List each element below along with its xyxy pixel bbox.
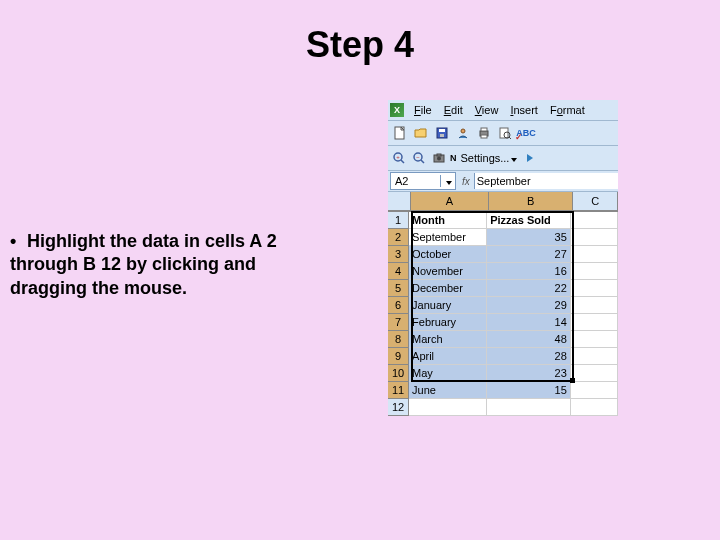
row-header[interactable]: 8: [388, 331, 409, 348]
cell[interactable]: [571, 331, 618, 348]
fx-icon[interactable]: fx: [458, 176, 474, 187]
row-header[interactable]: 5: [388, 280, 409, 297]
menu-file[interactable]: File: [408, 102, 438, 118]
svg-text:−: −: [416, 154, 420, 160]
cell-b7[interactable]: 14: [487, 314, 571, 331]
cell-b6[interactable]: 29: [487, 297, 571, 314]
menu-edit[interactable]: Edit: [438, 102, 469, 118]
print-preview-icon[interactable]: [495, 123, 515, 143]
spreadsheet-grid[interactable]: A B C 1 Month Pizzas Sold 2 September 35…: [388, 192, 618, 416]
column-header-c[interactable]: C: [573, 192, 618, 211]
cell-b10[interactable]: 23: [487, 365, 571, 382]
menu-view[interactable]: View: [469, 102, 505, 118]
instruction-text: • Highlight the data in cells A 2 throug…: [10, 230, 300, 300]
camera-icon[interactable]: [430, 149, 448, 167]
cell-a4[interactable]: November: [409, 263, 487, 280]
excel-window: X File Edit View Insert Format ABC✓ +: [388, 100, 618, 416]
cell-b12[interactable]: [487, 399, 571, 416]
standard-toolbar: ABC✓: [388, 121, 618, 146]
cell[interactable]: [571, 399, 618, 416]
cell-a7[interactable]: February: [409, 314, 487, 331]
cell-a8[interactable]: March: [409, 331, 487, 348]
select-all-corner[interactable]: [388, 192, 411, 211]
print-icon[interactable]: [474, 123, 494, 143]
cell-a6[interactable]: January: [409, 297, 487, 314]
column-header-a[interactable]: A: [411, 192, 489, 211]
svg-rect-7: [481, 135, 487, 138]
svg-line-10: [509, 137, 511, 139]
row-header[interactable]: 12: [388, 399, 409, 416]
cell-b8[interactable]: 48: [487, 331, 571, 348]
cell[interactable]: [571, 382, 618, 399]
cell-a11[interactable]: June: [409, 382, 487, 399]
menu-format[interactable]: Format: [544, 102, 591, 118]
menu-insert[interactable]: Insert: [504, 102, 544, 118]
cell[interactable]: [571, 348, 618, 365]
row-header[interactable]: 3: [388, 246, 409, 263]
excel-app-icon: X: [390, 103, 404, 117]
zoom-out-icon[interactable]: −: [410, 149, 428, 167]
cell[interactable]: [571, 297, 618, 314]
svg-line-12: [401, 160, 404, 163]
cell[interactable]: [571, 263, 618, 280]
n-label: N: [450, 153, 457, 163]
name-box-chevron-down-icon[interactable]: [440, 175, 455, 187]
svg-point-18: [437, 157, 441, 161]
settings-toolbar: + − N Settings...: [388, 146, 618, 171]
save-icon[interactable]: [432, 123, 452, 143]
settings-label[interactable]: Settings...: [459, 152, 520, 164]
row-header[interactable]: 4: [388, 263, 409, 280]
svg-rect-6: [481, 128, 487, 131]
svg-line-15: [421, 160, 424, 163]
cell[interactable]: [571, 229, 618, 246]
formula-bar-row: A2 fx September: [388, 171, 618, 192]
chevron-down-icon: [511, 158, 517, 162]
row-header[interactable]: 7: [388, 314, 409, 331]
instruction-body: Highlight the data in cells A 2 through …: [10, 231, 277, 298]
cell-b5[interactable]: 22: [487, 280, 571, 297]
cell-a2[interactable]: September: [409, 229, 487, 246]
cell[interactable]: [571, 246, 618, 263]
spellcheck-icon[interactable]: ABC✓: [516, 123, 536, 143]
svg-rect-3: [440, 134, 444, 137]
permission-icon[interactable]: [453, 123, 473, 143]
row-header[interactable]: 1: [388, 212, 409, 229]
cell-a12[interactable]: [409, 399, 487, 416]
page-title: Step 4: [0, 0, 720, 66]
formula-bar[interactable]: September: [474, 173, 618, 189]
cell-b3[interactable]: 27: [487, 246, 571, 263]
zoom-in-icon[interactable]: +: [390, 149, 408, 167]
row-header[interactable]: 10: [388, 365, 409, 382]
play-icon[interactable]: [521, 149, 539, 167]
column-header-b[interactable]: B: [489, 192, 573, 211]
cell[interactable]: [571, 314, 618, 331]
cell[interactable]: [571, 365, 618, 382]
name-box[interactable]: A2: [390, 172, 456, 190]
row-header[interactable]: 11: [388, 382, 409, 399]
svg-text:+: +: [396, 154, 400, 160]
svg-rect-19: [437, 154, 441, 156]
row-header[interactable]: 9: [388, 348, 409, 365]
cell-a1[interactable]: Month: [409, 212, 487, 229]
new-doc-icon[interactable]: [390, 123, 410, 143]
cell-a10[interactable]: May: [409, 365, 487, 382]
cell[interactable]: [571, 280, 618, 297]
cell-b2[interactable]: 35: [487, 229, 571, 246]
cell-b11[interactable]: 15: [487, 382, 571, 399]
row-header[interactable]: 2: [388, 229, 409, 246]
open-folder-icon[interactable]: [411, 123, 431, 143]
cell-a5[interactable]: December: [409, 280, 487, 297]
svg-point-4: [461, 129, 465, 133]
cell-a3[interactable]: October: [409, 246, 487, 263]
cell-a9[interactable]: April: [409, 348, 487, 365]
svg-rect-2: [439, 129, 445, 132]
bullet-icon: •: [10, 230, 22, 253]
cell-b1[interactable]: Pizzas Sold: [487, 212, 571, 229]
menu-bar: X File Edit View Insert Format: [388, 100, 618, 121]
row-header[interactable]: 6: [388, 297, 409, 314]
cell-b9[interactable]: 28: [487, 348, 571, 365]
cell-c1[interactable]: [571, 212, 618, 229]
cell-b4[interactable]: 16: [487, 263, 571, 280]
